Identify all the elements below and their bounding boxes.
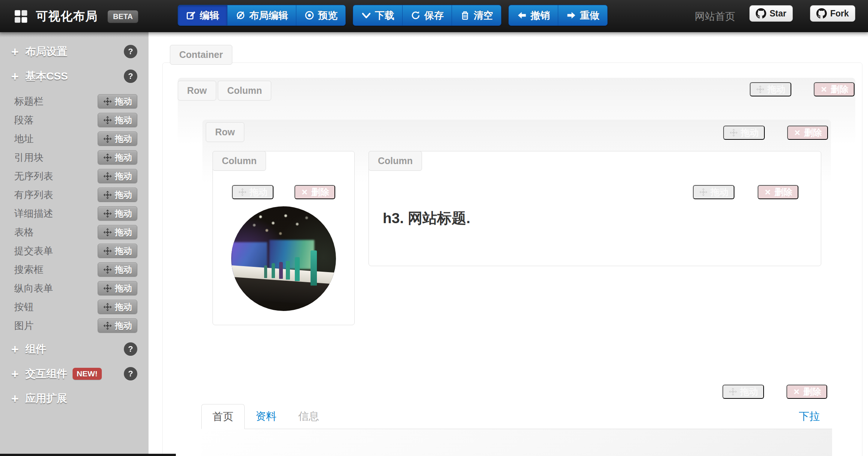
drag-handle-button[interactable]: 拖动 [98, 262, 137, 277]
preview-button-label: 预览 [318, 9, 337, 22]
x-icon [300, 188, 309, 196]
github-star-label: Star [770, 9, 786, 19]
column-drag-button[interactable]: 拖动 [693, 185, 734, 199]
redo-button[interactable]: 重做 [558, 5, 608, 26]
new-badge: NEW! [73, 368, 102, 380]
sidebar-section-basic-css[interactable]: + 基本CSS ? [0, 67, 149, 85]
item-label: 有序列表 [14, 188, 53, 201]
toolbar-group-mode: 编辑 布局编辑 预览 [178, 5, 346, 26]
sidebar-section-components[interactable]: + 组件 ? [0, 340, 149, 358]
arrow-left-icon [517, 10, 527, 21]
item-label: 表格 [14, 226, 34, 239]
sidebar-section-layout-settings[interactable]: + 布局设置 ? [0, 43, 149, 61]
drag-label: 拖动 [115, 283, 132, 294]
undo-button[interactable]: 撤销 [508, 5, 558, 26]
move-icon [103, 246, 112, 256]
drag-handle-button[interactable]: 拖动 [98, 281, 137, 295]
delete-label: 删除 [831, 83, 849, 95]
move-icon [729, 128, 738, 137]
drag-handle-button[interactable]: 拖动 [98, 132, 137, 146]
toolbar-group-history: 撤销 重做 [508, 5, 608, 26]
column-delete-button[interactable]: 删除 [758, 185, 798, 199]
layout-edit-icon [235, 10, 246, 21]
tab-dropdown[interactable]: 下拉 [799, 404, 832, 429]
github-icon [756, 8, 766, 19]
drag-handle-button[interactable]: 拖动 [98, 188, 137, 202]
drag-label: 拖动 [115, 170, 132, 182]
save-button[interactable]: 保存 [402, 5, 452, 26]
plus-icon: + [11, 45, 19, 58]
drag-handle-button[interactable]: 拖动 [98, 94, 137, 108]
row-delete-button[interactable]: 删除 [787, 126, 828, 140]
section-label: 布局设置 [25, 44, 67, 59]
delete-label: 删除 [774, 186, 792, 198]
download-button[interactable]: 下载 [353, 5, 402, 26]
column-delete-button[interactable]: 删除 [294, 185, 335, 199]
layout-edit-button-label: 布局编辑 [249, 9, 288, 22]
help-icon[interactable]: ? [124, 367, 137, 380]
list-item: 纵向表单 拖动 [0, 279, 149, 298]
drag-label: 拖动 [115, 114, 132, 126]
sidebar-section-interactive[interactable]: + 交互组件 NEW! ? [0, 365, 149, 383]
clear-button[interactable]: 清空 [452, 5, 501, 26]
delete-label: 删除 [804, 127, 822, 139]
github-fork-button[interactable]: Fork [810, 5, 855, 22]
row-drag-button[interactable]: 拖动 [723, 126, 765, 140]
list-item: 有序列表 拖动 [0, 185, 149, 204]
drag-handle-button[interactable]: 拖动 [98, 113, 137, 127]
sidebar-section-extensions[interactable]: + 应用扩展 [0, 389, 149, 407]
drag-handle-button[interactable]: 拖动 [98, 206, 137, 221]
row-delete-button[interactable]: 删除 [814, 82, 855, 96]
circular-runway-image [231, 206, 336, 311]
drag-handle-button[interactable]: 拖动 [98, 150, 137, 164]
footer-strip [0, 454, 176, 456]
section-label: 基本CSS [25, 69, 68, 83]
model-figure [311, 250, 317, 286]
drag-label: 拖动 [115, 96, 132, 107]
x-icon [793, 129, 801, 137]
section-label: 应用扩展 [25, 391, 67, 406]
move-icon [103, 321, 112, 330]
column-controls: 拖动 删除 [213, 185, 354, 199]
github-star-button[interactable]: Star [749, 5, 793, 22]
row-drag-button[interactable]: 拖动 [750, 82, 791, 96]
widget-drag-button[interactable]: 拖动 [722, 385, 764, 399]
drag-handle-button[interactable]: 拖动 [98, 169, 137, 183]
logo: 可视化布局 BETA [13, 8, 138, 25]
list-item: 段落 拖动 [0, 111, 149, 129]
drag-handle-button[interactable]: 拖动 [98, 225, 137, 239]
preview-button[interactable]: 预览 [296, 5, 346, 26]
drag-label: 拖动 [115, 320, 132, 332]
undo-button-label: 撤销 [531, 9, 550, 22]
item-label: 图片 [14, 319, 34, 332]
move-icon [728, 387, 737, 396]
download-button-label: 下载 [375, 9, 394, 22]
item-label: 提交表单 [14, 244, 53, 258]
widget-delete-button[interactable]: 删除 [786, 385, 827, 399]
edit-button[interactable]: 编辑 [178, 5, 227, 26]
x-icon [792, 388, 801, 396]
column-block-outer: Row 拖动 删除 Column [202, 120, 855, 338]
drag-handle-button[interactable]: 拖动 [98, 318, 137, 333]
stage-screen-center [269, 240, 314, 269]
move-icon [103, 153, 112, 162]
item-label: 无序列表 [14, 170, 53, 183]
list-item: 引用块 拖动 [0, 148, 149, 167]
help-icon[interactable]: ? [124, 45, 137, 58]
column-card-heading: Column 拖动 删除 h3. 网站标题. [369, 151, 821, 266]
column-drag-button[interactable]: 拖动 [232, 185, 273, 199]
item-label: 搜索框 [14, 263, 43, 276]
help-icon[interactable]: ? [124, 342, 137, 356]
column-tag: Column [218, 81, 271, 101]
nav-tabs: 首页 资料 信息 下拉 [201, 404, 832, 429]
edit-button-label: 编辑 [200, 9, 219, 22]
drag-handle-button[interactable]: 拖动 [98, 244, 137, 258]
home-link[interactable]: 网站首页 [695, 10, 735, 23]
tab-info[interactable]: 信息 [287, 404, 330, 429]
tab-profile[interactable]: 资料 [245, 404, 287, 429]
help-icon[interactable]: ? [124, 70, 137, 83]
app-title: 可视化布局 [36, 8, 98, 25]
tab-home[interactable]: 首页 [201, 404, 245, 429]
drag-handle-button[interactable]: 拖动 [98, 300, 137, 314]
layout-edit-button[interactable]: 布局编辑 [227, 5, 296, 26]
